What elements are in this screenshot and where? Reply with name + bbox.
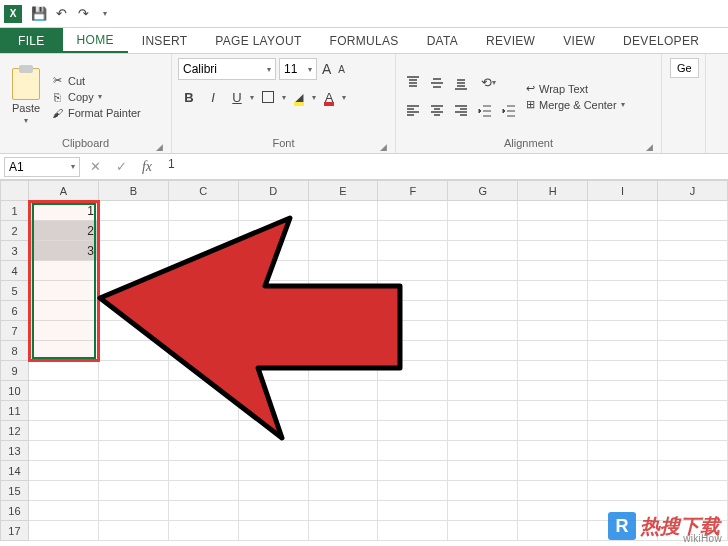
cell[interactable] [238,521,308,541]
cell[interactable] [658,321,728,341]
tab-file[interactable]: FILE [0,28,63,53]
tab-formulas[interactable]: FORMULAS [316,28,413,53]
cell[interactable] [588,461,658,481]
cell[interactable] [658,401,728,421]
cell[interactable] [308,441,378,461]
cell[interactable] [448,501,518,521]
cell[interactable] [518,261,588,281]
row-header[interactable]: 9 [1,361,29,381]
cell[interactable] [238,261,308,281]
undo-button[interactable]: ↶ [50,3,72,25]
cell[interactable] [378,201,448,221]
cell[interactable] [28,361,98,381]
column-header[interactable]: I [588,181,658,201]
cell[interactable] [238,341,308,361]
cell[interactable] [378,241,448,261]
column-header[interactable]: D [238,181,308,201]
align-left-button[interactable] [402,100,424,122]
cell[interactable] [238,401,308,421]
cell[interactable] [448,241,518,261]
cell[interactable] [98,241,168,261]
bold-button[interactable]: B [178,86,200,108]
row-header[interactable]: 1 [1,201,29,221]
cell[interactable] [308,401,378,421]
cell[interactable] [658,261,728,281]
cell[interactable] [168,321,238,341]
cell[interactable] [28,341,98,361]
cell[interactable] [448,461,518,481]
cell[interactable] [238,381,308,401]
cell[interactable] [518,521,588,541]
formula-input[interactable]: 1 [162,157,724,177]
cell[interactable] [588,381,658,401]
cell[interactable] [28,401,98,421]
cell[interactable] [518,461,588,481]
column-header[interactable]: J [658,181,728,201]
tab-review[interactable]: REVIEW [472,28,549,53]
format-painter-button[interactable]: 🖌 Format Painter [50,106,141,120]
cell[interactable] [168,521,238,541]
column-header[interactable]: H [518,181,588,201]
dialog-launcher-icon[interactable]: ◢ [153,139,165,151]
cell[interactable] [378,261,448,281]
cell[interactable] [658,381,728,401]
cell[interactable] [98,501,168,521]
paste-button[interactable]: Paste ▾ [6,58,46,135]
chevron-down-icon[interactable]: ▾ [342,93,346,102]
cell[interactable] [238,461,308,481]
spreadsheet-grid[interactable]: A B C D E F G H I J 11223345678910111213… [0,180,728,546]
chevron-down-icon[interactable]: ▾ [250,93,254,102]
cell[interactable] [168,381,238,401]
cell[interactable] [448,261,518,281]
font-name-select[interactable]: Calibri ▾ [178,58,276,80]
wrap-text-button[interactable]: ↩ Wrap Text [526,82,625,95]
font-size-select[interactable]: 11 ▾ [279,58,317,80]
cell[interactable] [238,501,308,521]
cell[interactable] [658,301,728,321]
cell[interactable] [168,241,238,261]
cell[interactable] [168,401,238,421]
cell[interactable] [308,381,378,401]
cell[interactable] [658,481,728,501]
cell[interactable] [588,201,658,221]
cell[interactable] [378,321,448,341]
cell[interactable] [588,441,658,461]
cell[interactable] [238,301,308,321]
cell[interactable] [168,281,238,301]
cell[interactable] [448,481,518,501]
cell[interactable] [518,481,588,501]
row-header[interactable]: 4 [1,261,29,281]
tab-home[interactable]: HOME [63,28,128,53]
cell[interactable] [308,301,378,321]
cell[interactable] [28,421,98,441]
cell[interactable] [168,341,238,361]
borders-button[interactable] [256,86,280,108]
tab-insert[interactable]: INSERT [128,28,202,53]
cell[interactable] [168,221,238,241]
column-header[interactable]: F [378,181,448,201]
cell[interactable] [518,321,588,341]
decrease-indent-button[interactable] [474,100,496,122]
cell[interactable] [588,421,658,441]
dialog-launcher-icon[interactable]: ◢ [377,139,389,151]
orientation-button[interactable]: ⟲▾ [474,72,502,94]
cell[interactable] [518,301,588,321]
cell[interactable] [238,281,308,301]
fill-color-button[interactable]: ◢ [288,86,310,108]
cell[interactable] [28,461,98,481]
cell[interactable] [308,241,378,261]
row-header[interactable]: 15 [1,481,29,501]
cell[interactable] [518,381,588,401]
cell[interactable] [378,501,448,521]
cell[interactable]: 2 [28,221,98,241]
cell[interactable] [448,361,518,381]
cell[interactable] [658,421,728,441]
merge-center-button[interactable]: ⊞ Merge & Center ▾ [526,98,625,111]
cell[interactable] [448,301,518,321]
cell[interactable] [28,381,98,401]
cell[interactable] [378,221,448,241]
cell[interactable] [98,341,168,361]
cell[interactable] [28,501,98,521]
align-center-button[interactable] [426,100,448,122]
cell[interactable] [28,301,98,321]
